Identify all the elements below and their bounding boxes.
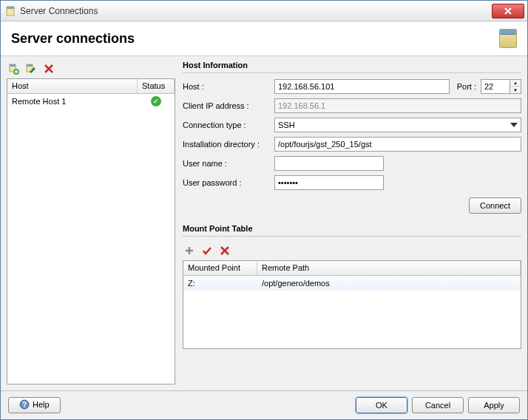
apply-button[interactable]: Apply — [468, 397, 520, 413]
svg-text:?: ? — [22, 401, 27, 409]
right-panel: Host Information Host : Port : ▲ ▼ — [183, 61, 521, 385]
port-down-button[interactable]: ▼ — [510, 87, 521, 93]
delete-mount-button[interactable] — [218, 244, 231, 257]
hosts-table: Host Status Remote Host 1 ✓ — [7, 78, 175, 385]
table-row[interactable]: Remote Host 1 ✓ — [7, 94, 175, 109]
close-button[interactable] — [492, 4, 524, 18]
left-panel: Host Status Remote Host 1 ✓ — [7, 61, 175, 385]
plus-icon — [184, 245, 194, 256]
mount-toolbar — [183, 243, 521, 260]
host-label: Host : — [183, 82, 270, 91]
svg-rect-10 — [27, 64, 33, 67]
port-spinner: ▲ ▼ — [481, 79, 521, 94]
help-button[interactable]: ? Help — [8, 397, 61, 413]
password-input[interactable] — [274, 175, 384, 190]
pass-label: User password : — [183, 178, 270, 187]
server-icon — [499, 29, 517, 48]
window: Server Connections Server connections — [0, 0, 528, 420]
header-area: Server connections — [1, 21, 527, 56]
hostinfo-title: Host Information — [183, 61, 521, 70]
svg-rect-5 — [10, 64, 16, 67]
delete-icon — [220, 245, 230, 256]
check-icon — [202, 245, 212, 256]
add-mount-button[interactable] — [183, 244, 196, 257]
page-title: Server connections — [11, 31, 499, 47]
status-ok-icon: ✓ — [151, 96, 161, 106]
conntype-select[interactable]: SSH — [274, 118, 521, 132]
installdir-input[interactable] — [274, 137, 521, 152]
app-icon — [5, 6, 16, 16]
body: Host Status Remote Host 1 ✓ Host Informa… — [1, 56, 527, 419]
help-label: Help — [33, 400, 50, 409]
svg-rect-1 — [7, 7, 14, 9]
hosts-table-header: Host Status — [7, 79, 175, 94]
col-header-remote-path[interactable]: Remote Path — [257, 261, 521, 275]
add-host-icon — [7, 63, 19, 75]
edit-host-icon — [25, 63, 37, 75]
connect-button[interactable]: Connect — [469, 197, 521, 214]
port-input[interactable] — [481, 79, 510, 94]
table-row[interactable]: Z: /opt/genero/demos — [183, 276, 521, 291]
mount-table: Mounted Point Remote Path Z: /opt/genero… — [183, 260, 521, 349]
col-header-mounted-point[interactable]: Mounted Point — [183, 261, 257, 275]
ok-button[interactable]: OK — [356, 397, 407, 413]
user-label: User name : — [183, 159, 270, 168]
username-input[interactable] — [274, 156, 384, 171]
window-title: Server Connections — [20, 6, 492, 16]
validate-mount-button[interactable] — [200, 244, 214, 257]
delete-icon — [44, 64, 54, 74]
edit-host-button[interactable] — [24, 62, 38, 75]
host-input[interactable] — [274, 79, 450, 94]
clientip-label: Client IP address : — [183, 101, 270, 110]
host-status-cell: ✓ — [138, 95, 175, 108]
mount-divider — [183, 236, 521, 237]
col-header-host[interactable]: Host — [7, 79, 138, 93]
mount-title: Mount Point Table — [183, 224, 521, 233]
installdir-label: Installation directory : — [183, 140, 270, 149]
mount-table-header: Mounted Point Remote Path — [183, 261, 521, 276]
help-icon: ? — [19, 399, 30, 410]
col-header-status[interactable]: Status — [138, 79, 175, 93]
footer: ? Help OK Cancel Apply — [1, 390, 527, 419]
delete-host-button[interactable] — [42, 62, 55, 75]
port-label: Port : — [457, 82, 476, 91]
port-up-button[interactable]: ▲ — [510, 80, 521, 87]
mounted-point-cell: Z: — [183, 277, 257, 289]
add-host-button[interactable] — [7, 62, 20, 75]
close-icon — [504, 7, 512, 15]
remote-path-cell: /opt/genero/demos — [257, 277, 521, 289]
titlebar: Server Connections — [1, 1, 527, 21]
cancel-button[interactable]: Cancel — [412, 397, 464, 413]
clientip-input — [274, 98, 521, 113]
conntype-label: Connection type : — [183, 121, 270, 129]
hosts-toolbar — [7, 61, 175, 78]
hostinfo-divider — [183, 72, 521, 73]
host-name-cell: Remote Host 1 — [7, 95, 138, 107]
